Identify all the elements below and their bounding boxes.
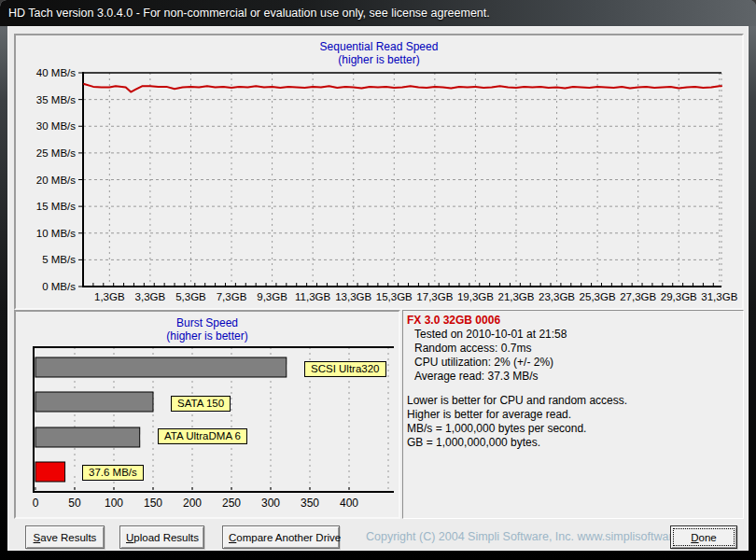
hd-tach-window: HD Tach version 3.0.4.0 - For non-commer… xyxy=(0,0,756,560)
window-title: HD Tach version 3.0.4.0 - For non-commer… xyxy=(8,7,490,20)
note-gb-definition: GB = 1,000,000,000 bytes. xyxy=(407,436,741,450)
svg-text:300: 300 xyxy=(261,497,280,510)
svg-text:30 MB/s: 30 MB/s xyxy=(36,120,76,132)
done-button[interactable]: Done xyxy=(670,525,737,549)
svg-text:20 MB/s: 20 MB/s xyxy=(36,175,76,186)
svg-text:17,3GB: 17,3GB xyxy=(416,291,453,302)
burst-speed-panel: Burst Speed (higher is better) 050100150… xyxy=(14,310,400,519)
note-lower-better: Lower is better for CPU and random acces… xyxy=(407,394,741,408)
svg-text:150: 150 xyxy=(144,497,162,510)
svg-text:100: 100 xyxy=(105,497,123,510)
svg-text:19,3GB: 19,3GB xyxy=(457,291,494,302)
svg-text:29,3GB: 29,3GB xyxy=(661,291,697,302)
svg-text:40 MB/s: 40 MB/s xyxy=(36,67,76,78)
svg-text:11,3GB: 11,3GB xyxy=(295,291,330,302)
tested-on-line: Tested on 2010-10-01 at 21:58 xyxy=(414,328,741,342)
svg-text:31,3GB: 31,3GB xyxy=(701,291,737,302)
svg-text:27,3GB: 27,3GB xyxy=(620,291,656,302)
sequential-read-chart: 0 MB/s5 MB/s10 MB/s15 MB/s20 MB/s25 MB/s… xyxy=(16,35,742,308)
compare-another-drive-button[interactable]: Compare Another Drive xyxy=(222,525,340,549)
random-access-line: Random access: 0.7ms xyxy=(414,342,741,356)
burst-bar-label: SATA 150 xyxy=(171,396,231,412)
svg-text:0: 0 xyxy=(33,497,39,510)
average-read-line: Average read: 37.3 MB/s xyxy=(414,370,741,384)
svg-text:400: 400 xyxy=(340,497,358,510)
svg-text:10 MB/s: 10 MB/s xyxy=(36,228,76,239)
note-mbs-definition: MB/s = 1,000,000 bytes per second. xyxy=(407,422,741,436)
svg-text:1,3GB: 1,3GB xyxy=(94,291,125,302)
svg-text:5,3GB: 5,3GB xyxy=(175,291,206,302)
note-higher-better: Higher is better for average read. xyxy=(407,408,741,422)
svg-text:5 MB/s: 5 MB/s xyxy=(42,254,76,265)
dialog-client-area: Sequential Read Speed (higher is better)… xyxy=(7,26,749,551)
svg-text:7,3GB: 7,3GB xyxy=(217,291,247,302)
svg-text:13,3GB: 13,3GB xyxy=(335,291,371,302)
svg-text:35 MB/s: 35 MB/s xyxy=(36,94,76,105)
burst-speed-chart: 050100150200250300350400 xyxy=(16,312,399,517)
burst-bar-label: ATA UltraDMA 6 xyxy=(158,428,247,444)
save-results-button[interactable]: Save Results xyxy=(25,525,105,549)
copyright-text: Copyright (C) 2004 Simpli Software, Inc.… xyxy=(366,530,705,543)
svg-text:50: 50 xyxy=(68,497,81,510)
window-titlebar[interactable]: HD Tach version 3.0.4.0 - For non-commer… xyxy=(0,0,756,26)
notes-block: Lower is better for CPU and random acces… xyxy=(407,394,741,450)
svg-text:23,3GB: 23,3GB xyxy=(539,291,575,302)
svg-text:15 MB/s: 15 MB/s xyxy=(36,201,76,212)
svg-text:200: 200 xyxy=(183,497,202,510)
drive-name: FX 3.0 32GB 0006 xyxy=(407,314,741,328)
svg-text:9,3GB: 9,3GB xyxy=(257,291,287,302)
svg-text:15,3GB: 15,3GB xyxy=(376,291,413,302)
svg-text:250: 250 xyxy=(222,497,241,510)
svg-text:3,3GB: 3,3GB xyxy=(135,291,166,302)
svg-text:25 MB/s: 25 MB/s xyxy=(36,147,76,159)
burst-bar-label: SCSI Ultra320 xyxy=(304,361,386,377)
svg-text:0 MB/s: 0 MB/s xyxy=(42,281,76,292)
sequential-read-panel: Sequential Read Speed (higher is better)… xyxy=(14,34,744,310)
svg-text:25,3GB: 25,3GB xyxy=(580,291,616,302)
svg-text:21,3GB: 21,3GB xyxy=(497,291,534,302)
results-info-panel: FX 3.0 32GB 0006 Tested on 2010-10-01 at… xyxy=(402,310,744,519)
svg-text:350: 350 xyxy=(301,497,319,510)
burst-bar-label: 37.6 MB/s xyxy=(82,465,144,481)
cpu-utilization-line: CPU utilization: 2% (+/- 2%) xyxy=(414,356,741,370)
upload-results-button[interactable]: Upload Results xyxy=(119,525,204,549)
